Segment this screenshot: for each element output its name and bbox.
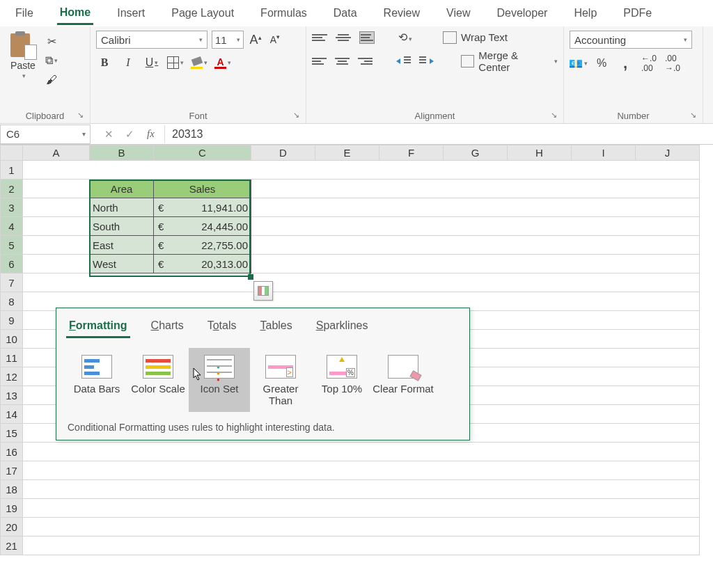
comma-button[interactable]: , (617, 56, 634, 71)
border-button[interactable]: ▾ (167, 54, 184, 71)
col-header-C[interactable]: C (154, 145, 251, 161)
font-size-select[interactable]: 11▾ (212, 31, 244, 49)
col-header-E[interactable]: E (315, 145, 379, 161)
row-header-14[interactable]: 14 (1, 405, 23, 424)
align-center-button[interactable] (335, 55, 350, 67)
row-header-17[interactable]: 17 (1, 461, 23, 480)
cell-B5[interactable]: East (90, 236, 154, 255)
col-header-A[interactable]: A (23, 145, 90, 161)
row-header-5[interactable]: 5 (1, 236, 23, 255)
qa-item-data-bars[interactable]: Data Bars (66, 348, 127, 412)
select-all-corner[interactable] (1, 145, 23, 161)
increase-decimal-button[interactable]: ←.0.00 (641, 56, 657, 71)
bold-button[interactable]: B (96, 54, 113, 71)
tab-page-layout[interactable]: Page Layout (169, 3, 237, 24)
cell-B4[interactable]: South (90, 217, 154, 236)
qa-item-greater-than[interactable]: > Greater Than (250, 348, 311, 412)
cell-B6[interactable]: West (90, 255, 154, 273)
font-name-select[interactable]: Calibri▾ (96, 31, 207, 49)
row-header-10[interactable]: 10 (1, 330, 23, 349)
row-header-2[interactable]: 2 (1, 180, 23, 198)
col-header-B[interactable]: B (90, 145, 154, 161)
row-header-1[interactable]: 1 (1, 161, 23, 180)
col-header-G[interactable]: G (444, 145, 508, 161)
cell-C2[interactable]: Sales (154, 180, 251, 198)
row-header-9[interactable]: 9 (1, 311, 23, 330)
row-header-6[interactable]: 6 (1, 255, 23, 273)
underline-button[interactable]: U▾ (143, 54, 160, 71)
orientation-button[interactable]: ⟲▾ (398, 31, 412, 44)
qa-item-clear-format[interactable]: Clear Format (373, 348, 434, 412)
tab-help[interactable]: Help (571, 3, 600, 24)
font-color-button[interactable]: A▾ (214, 54, 231, 71)
enter-formula-button[interactable]: ✓ (120, 125, 141, 143)
row-header-20[interactable]: 20 (1, 518, 23, 537)
qa-item-icon-set[interactable]: Icon Set (189, 348, 250, 412)
row-header-19[interactable]: 19 (1, 499, 23, 518)
row-header-15[interactable]: 15 (1, 424, 23, 443)
formula-input[interactable]: 20313 (164, 125, 713, 143)
number-format-select[interactable]: Accounting▾ (570, 31, 692, 49)
align-middle-button[interactable] (336, 31, 351, 44)
row-header-16[interactable]: 16 (1, 443, 23, 461)
tab-insert[interactable]: Insert (114, 3, 148, 24)
name-box-dropdown-icon[interactable]: ▾ (82, 130, 86, 138)
align-left-button[interactable] (312, 55, 327, 67)
tab-review[interactable]: Review (381, 3, 423, 24)
cell-B2[interactable]: Area (90, 180, 154, 198)
cell-C6[interactable]: €20,313.00 (154, 255, 251, 273)
cut-button[interactable]: ✂ (43, 33, 60, 49)
row-header-13[interactable]: 13 (1, 386, 23, 405)
wrap-text-button[interactable]: Wrap Text (443, 31, 508, 44)
fill-color-button[interactable]: ▾ (191, 54, 207, 71)
insert-function-button[interactable]: fx (141, 125, 162, 143)
paste-button[interactable]: Paste ▾ (6, 31, 40, 88)
cell-C3[interactable]: €11,941.00 (154, 198, 251, 217)
col-header-H[interactable]: H (508, 145, 572, 161)
decrease-indent-button[interactable] (396, 55, 411, 67)
format-painter-button[interactable]: 🖌 (43, 72, 60, 88)
qa-tab-charts[interactable]: Charts (148, 318, 187, 338)
align-top-button[interactable] (312, 31, 327, 44)
row-header-21[interactable]: 21 (1, 537, 23, 555)
row-header-8[interactable]: 8 (1, 292, 23, 311)
row-header-3[interactable]: 3 (1, 198, 23, 217)
qa-tab-sparklines[interactable]: Sparklines (313, 318, 371, 338)
tab-developer[interactable]: Developer (494, 3, 550, 24)
cancel-formula-button[interactable]: ✕ (99, 125, 120, 143)
merge-center-button[interactable]: Merge & Center ▾ (461, 49, 558, 73)
align-right-button[interactable] (358, 55, 373, 67)
col-header-I[interactable]: I (572, 145, 636, 161)
tab-data[interactable]: Data (331, 3, 360, 24)
copy-button[interactable]: ⧉▾ (43, 53, 60, 68)
qa-item-top-10[interactable]: % Top 10% (311, 348, 373, 412)
row-header-12[interactable]: 12 (1, 367, 23, 386)
col-header-D[interactable]: D (251, 145, 315, 161)
paste-dropdown-icon[interactable]: ▾ (22, 72, 26, 79)
quick-analysis-button[interactable] (253, 281, 273, 301)
row-header-18[interactable]: 18 (1, 480, 23, 499)
shrink-font-button[interactable]: A▾ (267, 33, 283, 46)
tab-view[interactable]: View (444, 3, 473, 24)
grow-font-button[interactable]: A▴ (248, 33, 263, 47)
italic-button[interactable]: I (120, 54, 136, 71)
qa-tab-tables[interactable]: Tables (258, 318, 295, 338)
selection-fill-handle[interactable] (248, 274, 253, 280)
percent-button[interactable]: % (593, 56, 610, 71)
tab-file[interactable]: File (13, 3, 36, 24)
cell-B3[interactable]: North (90, 198, 154, 217)
increase-indent-button[interactable] (419, 55, 434, 67)
col-header-F[interactable]: F (379, 145, 444, 161)
name-box[interactable]: C6 ▾ (0, 125, 91, 144)
cell-C4[interactable]: €24,445.00 (154, 217, 251, 236)
row-header-7[interactable]: 7 (1, 273, 23, 292)
qa-tab-formatting[interactable]: Formatting (66, 318, 130, 338)
tab-formulas[interactable]: Formulas (258, 3, 310, 24)
tab-home[interactable]: Home (57, 2, 93, 25)
row-header-11[interactable]: 11 (1, 349, 23, 367)
number-launcher-icon[interactable]: ↘ (690, 111, 700, 120)
alignment-launcher-icon[interactable]: ↘ (551, 111, 561, 120)
font-launcher-icon[interactable]: ↘ (293, 111, 303, 120)
align-bottom-button[interactable] (359, 31, 375, 44)
row-header-4[interactable]: 4 (1, 217, 23, 236)
